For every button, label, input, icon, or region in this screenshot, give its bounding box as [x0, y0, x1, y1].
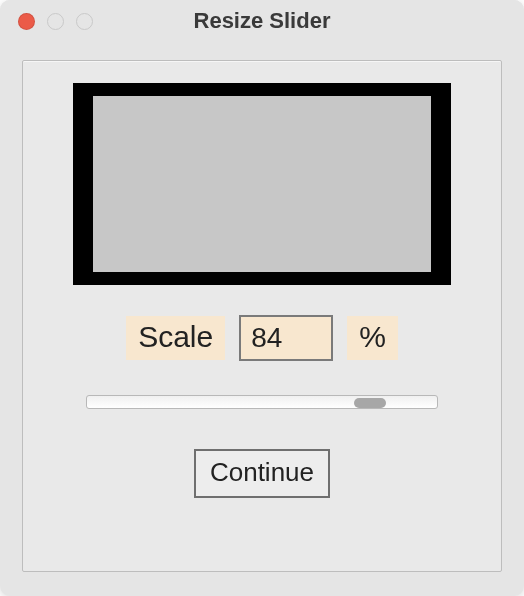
scale-row: Scale %: [45, 315, 479, 361]
slider-wrap: [45, 395, 479, 409]
resize-slider-window: Resize Slider Scale % Continue: [0, 0, 524, 596]
button-row: Continue: [45, 449, 479, 498]
titlebar: Resize Slider: [0, 0, 524, 42]
slider-thumb[interactable]: [354, 398, 386, 408]
preview-frame: [73, 83, 451, 285]
preview-inner: [93, 96, 431, 272]
minimize-icon: [47, 13, 64, 30]
dialog-content: Scale % Continue: [22, 60, 502, 572]
scale-label: Scale: [126, 316, 225, 360]
traffic-lights: [0, 13, 93, 30]
close-icon[interactable]: [18, 13, 35, 30]
continue-button[interactable]: Continue: [194, 449, 330, 498]
scale-unit-label: %: [347, 316, 398, 360]
scale-input[interactable]: [239, 315, 333, 361]
scale-slider[interactable]: [86, 395, 438, 409]
maximize-icon: [76, 13, 93, 30]
